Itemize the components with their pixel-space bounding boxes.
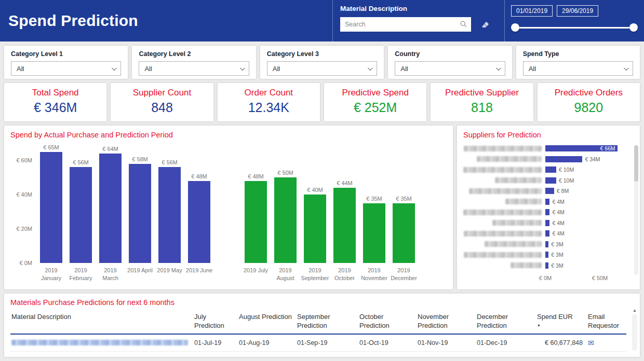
column-header-august[interactable]: August Prediction bbox=[238, 311, 296, 335]
bar-2019-march[interactable] bbox=[99, 154, 122, 263]
x-axis-category-label: 2019 April bbox=[125, 267, 155, 284]
bar-column: € 56M2019 May bbox=[155, 143, 184, 284]
sort-desc-icon[interactable]: ▼ bbox=[537, 323, 583, 328]
column-header-october[interactable]: October Prediction bbox=[358, 311, 417, 335]
suppliers-scrollbar[interactable] bbox=[634, 145, 638, 275]
bar-2019-january[interactable] bbox=[40, 152, 62, 263]
supplier-bar[interactable] bbox=[545, 199, 549, 205]
charts-row: Spend by Actual Purchase and Prediction … bbox=[4, 126, 640, 289]
bar-2019-september[interactable] bbox=[304, 195, 326, 263]
column-header-label: Email Requestor bbox=[588, 313, 619, 329]
date-range-slider[interactable] bbox=[511, 23, 638, 33]
filter-label: Category Level 3 bbox=[267, 50, 377, 58]
filter-category-level-3: Category Level 3 All bbox=[260, 46, 384, 79]
supplier-name-redacted bbox=[463, 167, 545, 173]
bar-column: € 44M2019 October bbox=[330, 143, 359, 284]
filter-dropdown[interactable]: All bbox=[11, 61, 121, 76]
slider-handle-end[interactable] bbox=[629, 23, 638, 32]
column-header-december[interactable]: December Prediction bbox=[476, 311, 536, 335]
bar-value-label: € 10M bbox=[559, 177, 574, 184]
scrollbar-track[interactable] bbox=[632, 314, 637, 351]
filter-label: Category Level 1 bbox=[11, 50, 121, 58]
supplier-row: € 4M bbox=[463, 207, 634, 218]
end-date-input[interactable]: 29/06/2019 bbox=[557, 5, 598, 17]
supplier-bar[interactable] bbox=[545, 209, 549, 215]
supplier-bar[interactable] bbox=[545, 220, 549, 226]
filter-dropdown[interactable]: All bbox=[139, 61, 249, 76]
slider-handle-start[interactable] bbox=[511, 23, 519, 32]
column-header-september[interactable]: September Prediction bbox=[296, 311, 358, 335]
kpi-title: Total Spend bbox=[4, 88, 106, 98]
bar-2019-november[interactable] bbox=[363, 203, 385, 263]
eraser-icon[interactable] bbox=[480, 20, 490, 30]
supplier-bar[interactable] bbox=[545, 166, 556, 173]
supplier-bar[interactable] bbox=[545, 177, 556, 184]
supplier-bar[interactable]: € 66M bbox=[545, 145, 618, 151]
bar-column: € 40M2019 September bbox=[300, 143, 330, 284]
supplier-bar[interactable] bbox=[545, 188, 554, 194]
supplier-name-redacted bbox=[463, 199, 545, 204]
column-header-november[interactable]: November Prediction bbox=[417, 311, 476, 335]
bar-2019-june[interactable] bbox=[188, 181, 210, 263]
bar-2019-august[interactable] bbox=[274, 177, 297, 263]
column-header-email[interactable]: Email Requestor bbox=[587, 311, 626, 335]
kpi-value: € 252M bbox=[324, 100, 426, 115]
column-header-spend[interactable]: Spend EUR▼ bbox=[536, 311, 587, 335]
supplier-name-redacted bbox=[463, 188, 545, 194]
bar-column: € 35M2019 November bbox=[359, 143, 389, 284]
supplier-bar[interactable] bbox=[545, 262, 548, 269]
search-icon[interactable] bbox=[460, 20, 467, 28]
bar-2019-october[interactable] bbox=[333, 188, 356, 263]
bar-plot-area: € 65M2019 January€ 56M2019 February€ 64M… bbox=[36, 143, 419, 284]
bar-2019-may[interactable] bbox=[158, 167, 181, 263]
filter-category-level-2: Category Level 2 All bbox=[132, 46, 256, 79]
bar-2019-july[interactable] bbox=[245, 181, 267, 263]
cell-august-prediction: 01-Aug-19 bbox=[238, 335, 296, 352]
redacted-material-text bbox=[11, 340, 188, 345]
column-header-label: August Prediction bbox=[239, 313, 292, 321]
x-axis-category-label: 2019 February bbox=[66, 267, 96, 284]
bar-value-label: € 3M bbox=[551, 241, 563, 247]
column-header-material[interactable]: Material Description bbox=[10, 311, 193, 335]
filter-label: Category Level 2 bbox=[139, 50, 249, 58]
slider-track[interactable] bbox=[514, 27, 635, 29]
chevron-down-icon bbox=[496, 65, 501, 71]
filter-dropdown[interactable]: All bbox=[523, 61, 633, 76]
search-input[interactable] bbox=[340, 17, 471, 32]
table-scrollbar[interactable]: ▲ bbox=[632, 308, 638, 351]
bar-2019-april[interactable] bbox=[129, 164, 151, 263]
filter-category-level-1: Category Level 1 All bbox=[4, 46, 128, 79]
start-date-input[interactable]: 01/01/2019 bbox=[511, 5, 553, 17]
kpi-value: 12.34K bbox=[218, 100, 320, 115]
filter-label: Spend Type bbox=[523, 50, 633, 58]
supplier-bar[interactable] bbox=[545, 230, 549, 237]
bar-2019-december[interactable] bbox=[393, 203, 415, 263]
bar-value-label: € 56M bbox=[73, 159, 89, 165]
x-axis: € 0M€ 50M bbox=[463, 275, 634, 283]
filter-dropdown[interactable]: All bbox=[267, 61, 377, 76]
bar-2019-february[interactable] bbox=[70, 167, 92, 263]
bar-value-label: € 48M bbox=[191, 173, 207, 179]
supplier-bar[interactable] bbox=[545, 252, 548, 258]
scroll-up-icon[interactable]: ▲ bbox=[632, 308, 638, 313]
column-header-label: Material Description bbox=[11, 313, 71, 321]
supplier-bar[interactable] bbox=[545, 156, 582, 162]
search-box bbox=[340, 17, 471, 32]
dashboard-body: Category Level 1 All Category Level 2 Al… bbox=[0, 41, 644, 361]
column-header-label: November Prediction bbox=[418, 313, 449, 329]
supplier-bar[interactable] bbox=[545, 241, 548, 247]
bar-value-label: € 35M bbox=[366, 196, 382, 202]
x-axis-tick-label: € 0M bbox=[539, 275, 552, 281]
bar-value-label: € 4M bbox=[552, 230, 564, 237]
bar-column: € 65M2019 January bbox=[36, 143, 66, 284]
filter-dropdown[interactable]: All bbox=[395, 61, 505, 76]
bar-value-label: € 4M bbox=[552, 199, 564, 205]
cell-material-description[interactable] bbox=[10, 335, 193, 352]
supplier-row: € 4M bbox=[463, 197, 634, 207]
supplier-row: € 4M bbox=[463, 228, 634, 239]
scrollbar-thumb[interactable] bbox=[634, 145, 638, 182]
filter-country: Country All bbox=[388, 46, 512, 79]
column-header-july[interactable]: July Prediction bbox=[193, 311, 238, 335]
x-axis-category-label: 2019 May bbox=[155, 267, 184, 284]
email-icon[interactable]: ✉ bbox=[587, 335, 626, 352]
